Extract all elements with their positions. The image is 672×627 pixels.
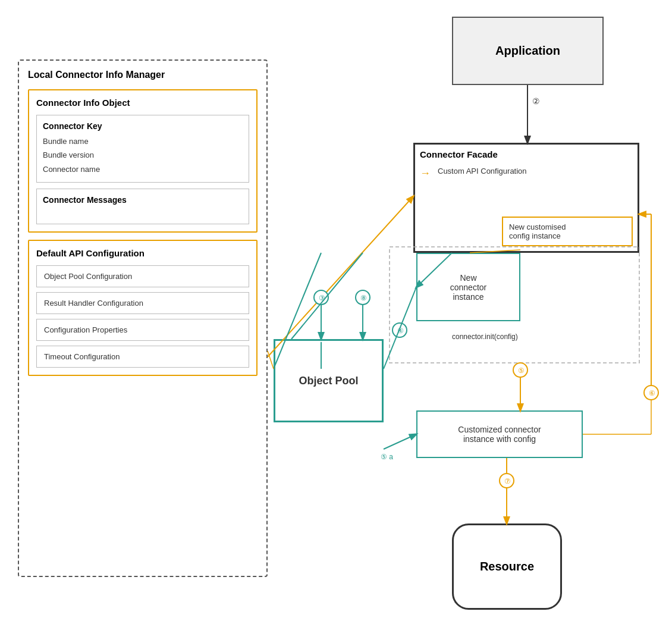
svg-text:⑤: ⑤ [518, 366, 525, 375]
new-connector-title: Newconnectorinstance [450, 273, 486, 302]
svg-text:②: ② [532, 96, 540, 106]
svg-line-3 [268, 196, 413, 357]
connector-messages-box: Connector Messages [36, 189, 249, 224]
timeout-configuration: Timeout Configuration [36, 346, 249, 368]
svg-line-35 [268, 351, 274, 369]
object-pool-config: Object Pool Configuration [36, 265, 249, 287]
resource-title: Resource [480, 560, 534, 573]
new-connector-instance-box: Newconnectorinstance [416, 253, 520, 321]
connector-facade-box: Connector Facade → Custom API Configurat… [413, 143, 639, 253]
svg-point-6 [314, 290, 328, 305]
svg-text:④: ④ [397, 327, 404, 335]
customized-connector-box: Customized connectorinstance with config [416, 410, 583, 458]
connector-facade-title: Connector Facade [420, 149, 633, 159]
connector-key-box: Connector Key Bundle name Bundle version… [36, 115, 249, 183]
bundle-name: Bundle name [43, 134, 243, 148]
configuration-properties: Configuration Properties [36, 319, 249, 341]
svg-text:③: ③ [319, 294, 325, 302]
svg-line-34 [291, 253, 363, 339]
bundle-version: Bundle version [43, 148, 243, 162]
svg-text:⑧: ⑧ [360, 294, 367, 302]
local-connector-manager: Local Connector Info Manager Connector I… [18, 59, 268, 577]
local-connector-title: Local Connector Info Manager [28, 70, 258, 80]
svg-point-18 [513, 363, 527, 377]
object-pool-box: Object Pool [274, 339, 384, 422]
resource-box: Resource [452, 523, 562, 610]
connector-messages-title: Connector Messages [43, 195, 243, 205]
default-api-title: Default API Configuration [36, 248, 249, 258]
connector-name: Connector name [43, 162, 243, 176]
svg-line-14 [384, 287, 416, 369]
connector-key-title: Connector Key [43, 121, 243, 131]
object-pool-title: Object Pool [299, 375, 358, 387]
svg-point-10 [356, 290, 370, 305]
svg-point-26 [500, 474, 514, 488]
svg-point-12 [392, 323, 407, 337]
application-title: Application [495, 44, 560, 58]
svg-point-20 [644, 385, 658, 400]
diagram-container: Local Connector Info Manager Connector I… [0, 0, 672, 627]
application-box: Application [452, 17, 604, 85]
svg-text:⑤ a: ⑤ a [381, 453, 393, 461]
svg-text:connector.init(config): connector.init(config) [452, 333, 518, 341]
svg-text:⑦: ⑦ [504, 477, 511, 485]
customized-connector-title: Customized connectorinstance with config [458, 425, 541, 444]
new-config-instance: New customised config instance [502, 217, 633, 246]
svg-text:⑥: ⑥ [649, 389, 655, 397]
default-api-config: Default API Configuration Object Pool Co… [28, 240, 258, 376]
svg-line-30 [384, 434, 416, 449]
connector-info-object: Connector Info Object Connector Key Bund… [28, 89, 258, 233]
result-handler-config: Result Handler Configuration [36, 292, 249, 314]
connector-info-object-title: Connector Info Object [36, 98, 249, 108]
custom-api-config: Custom API Configuration [434, 164, 530, 178]
